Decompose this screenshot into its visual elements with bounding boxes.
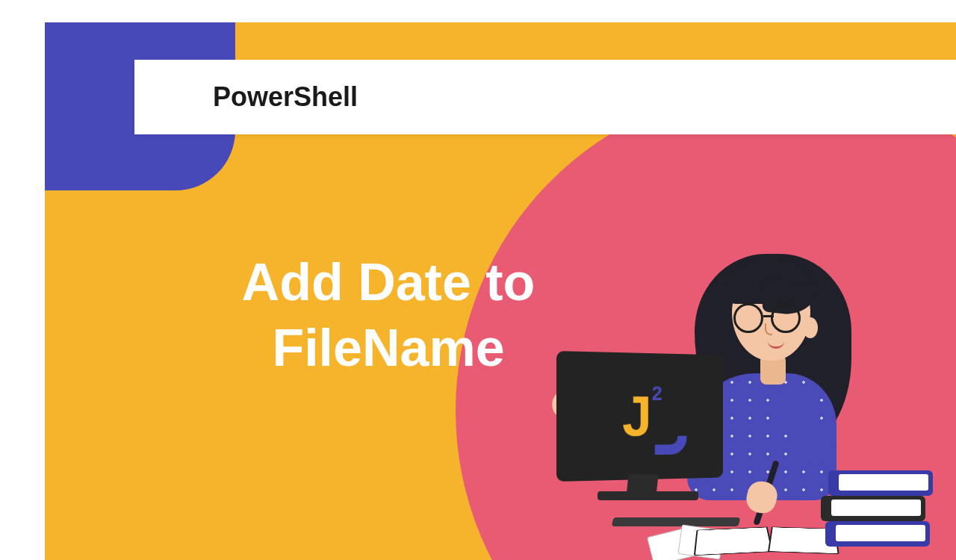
logo-tail — [655, 436, 687, 455]
ear — [803, 317, 818, 338]
monitor-screen: J2 — [556, 351, 723, 482]
books-stack-icon — [825, 449, 937, 547]
category-label: PowerShell — [213, 81, 358, 113]
logo-superscript: 2 — [652, 382, 662, 405]
page: PowerShell Add Date to FileName — [0, 0, 956, 560]
heading-line-2: FileName — [272, 319, 504, 377]
banner-card: PowerShell Add Date to FileName — [45, 22, 956, 560]
book — [828, 470, 933, 496]
heading-line-1: Add Date to — [242, 253, 536, 311]
book — [821, 496, 925, 521]
logo-letter: J — [622, 384, 652, 448]
category-bar: PowerShell — [134, 60, 956, 134]
nose — [765, 323, 772, 335]
book — [825, 521, 930, 547]
logo: J2 — [622, 383, 662, 449]
illustration: J2 — [515, 239, 941, 560]
monitor-icon: J2 — [556, 351, 739, 500]
monitor-base — [598, 491, 698, 500]
